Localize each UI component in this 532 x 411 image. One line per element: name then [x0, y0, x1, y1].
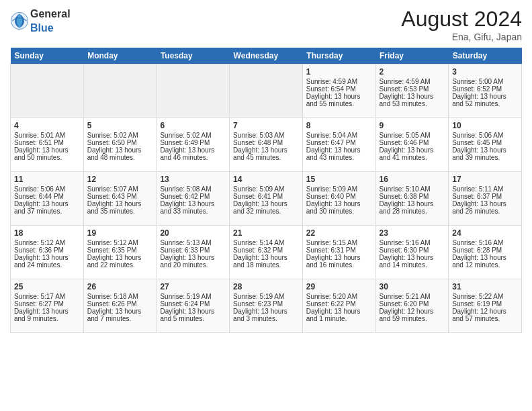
day-number: 12	[87, 175, 153, 184]
day-info: Sunrise: 5:12 AMSunset: 6:36 PMDaylight:…	[14, 239, 69, 269]
logo: General Blue	[10, 7, 71, 35]
day-number: 6	[160, 121, 226, 130]
day-number: 26	[87, 282, 153, 291]
calendar-week-row: 18Sunrise: 5:12 AMSunset: 6:36 PMDayligh…	[11, 226, 522, 279]
calendar-cell: 18Sunrise: 5:12 AMSunset: 6:36 PMDayligh…	[11, 226, 84, 279]
day-number: 27	[160, 282, 226, 291]
day-number: 2	[380, 67, 445, 77]
header-day: Monday	[83, 48, 157, 64]
day-info: Sunrise: 5:09 AMSunset: 6:41 PMDaylight:…	[233, 185, 287, 215]
day-info: Sunrise: 5:22 AMSunset: 6:19 PMDaylight:…	[452, 293, 506, 322]
day-number: 3	[452, 67, 518, 77]
logo-blue-text: Blue	[30, 22, 54, 34]
location: Ena, Gifu, Japan	[401, 32, 522, 42]
calendar-cell: 16Sunrise: 5:10 AMSunset: 6:38 PMDayligh…	[375, 172, 449, 226]
day-info: Sunrise: 5:16 AMSunset: 6:28 PMDaylight:…	[452, 239, 506, 269]
calendar-cell: 11Sunrise: 5:06 AMSunset: 6:44 PMDayligh…	[11, 172, 84, 226]
header-day: Wednesday	[230, 48, 303, 64]
month-title: August 2024	[401, 7, 522, 32]
calendar-cell: 4Sunrise: 5:01 AMSunset: 6:51 PMDaylight…	[11, 118, 84, 172]
calendar-cell: 9Sunrise: 5:05 AMSunset: 6:46 PMDaylight…	[375, 118, 449, 172]
calendar-cell: 30Sunrise: 5:21 AMSunset: 6:20 PMDayligh…	[375, 279, 449, 333]
day-number: 19	[87, 228, 153, 238]
calendar-cell: 10Sunrise: 5:06 AMSunset: 6:45 PMDayligh…	[449, 118, 522, 172]
calendar-cell: 22Sunrise: 5:15 AMSunset: 6:31 PMDayligh…	[302, 226, 375, 279]
day-number: 31	[452, 282, 518, 291]
day-number: 13	[160, 175, 226, 184]
day-number: 5	[87, 121, 153, 130]
day-number: 18	[14, 228, 80, 238]
calendar-cell: 25Sunrise: 5:17 AMSunset: 6:27 PMDayligh…	[11, 279, 84, 333]
calendar-cell: 13Sunrise: 5:08 AMSunset: 6:42 PMDayligh…	[157, 172, 230, 226]
day-number: 22	[306, 228, 372, 238]
day-number: 17	[452, 175, 518, 184]
header-row: SundayMondayTuesdayWednesdayThursdayFrid…	[11, 48, 522, 64]
day-info: Sunrise: 5:02 AMSunset: 6:50 PMDaylight:…	[87, 132, 142, 161]
calendar-cell	[83, 64, 157, 118]
day-info: Sunrise: 5:20 AMSunset: 6:22 PMDaylight:…	[306, 293, 361, 322]
day-info: Sunrise: 5:06 AMSunset: 6:45 PMDaylight:…	[452, 132, 506, 161]
logo-general-text: General	[30, 8, 71, 19]
calendar-cell	[157, 64, 230, 118]
calendar-week-row: 25Sunrise: 5:17 AMSunset: 6:27 PMDayligh…	[11, 279, 522, 333]
day-number: 1	[306, 67, 372, 77]
day-info: Sunrise: 5:02 AMSunset: 6:49 PMDaylight:…	[160, 132, 214, 161]
calendar-cell: 24Sunrise: 5:16 AMSunset: 6:28 PMDayligh…	[449, 226, 522, 279]
day-info: Sunrise: 5:11 AMSunset: 6:37 PMDaylight:…	[452, 185, 506, 215]
day-number: 24	[452, 228, 518, 238]
header-day: Tuesday	[157, 48, 230, 64]
calendar-cell: 26Sunrise: 5:18 AMSunset: 6:26 PMDayligh…	[83, 279, 157, 333]
calendar-cell: 19Sunrise: 5:12 AMSunset: 6:35 PMDayligh…	[83, 226, 157, 279]
day-number: 14	[233, 175, 299, 184]
calendar-cell: 1Sunrise: 4:59 AMSunset: 6:54 PMDaylight…	[302, 64, 375, 118]
header-day: Thursday	[302, 48, 375, 64]
day-info: Sunrise: 5:10 AMSunset: 6:38 PMDaylight:…	[380, 185, 434, 215]
day-info: Sunrise: 5:06 AMSunset: 6:44 PMDaylight:…	[14, 185, 69, 215]
day-number: 10	[452, 121, 518, 130]
day-info: Sunrise: 4:59 AMSunset: 6:53 PMDaylight:…	[380, 78, 434, 107]
day-info: Sunrise: 5:21 AMSunset: 6:20 PMDaylight:…	[380, 293, 434, 322]
day-number: 16	[380, 175, 445, 184]
day-number: 9	[380, 121, 445, 130]
day-info: Sunrise: 5:05 AMSunset: 6:46 PMDaylight:…	[380, 132, 434, 161]
day-info: Sunrise: 5:01 AMSunset: 6:51 PMDaylight:…	[14, 132, 69, 161]
day-info: Sunrise: 5:14 AMSunset: 6:32 PMDaylight:…	[233, 239, 287, 269]
calendar-cell: 20Sunrise: 5:13 AMSunset: 6:33 PMDayligh…	[157, 226, 230, 279]
day-info: Sunrise: 5:07 AMSunset: 6:43 PMDaylight:…	[87, 185, 142, 215]
header-day: Friday	[375, 48, 449, 64]
title-section: August 2024 Ena, Gifu, Japan	[401, 7, 522, 42]
calendar-table: SundayMondayTuesdayWednesdayThursdayFrid…	[10, 48, 522, 333]
day-info: Sunrise: 5:13 AMSunset: 6:33 PMDaylight:…	[160, 239, 214, 269]
day-info: Sunrise: 5:16 AMSunset: 6:30 PMDaylight:…	[380, 239, 434, 269]
page-container: General Blue August 2024 Ena, Gifu, Japa…	[0, 0, 532, 336]
day-number: 23	[380, 228, 445, 238]
header: General Blue August 2024 Ena, Gifu, Japa…	[10, 7, 522, 42]
calendar-cell: 31Sunrise: 5:22 AMSunset: 6:19 PMDayligh…	[449, 279, 522, 333]
calendar-cell: 14Sunrise: 5:09 AMSunset: 6:41 PMDayligh…	[230, 172, 303, 226]
day-info: Sunrise: 5:19 AMSunset: 6:24 PMDaylight:…	[160, 293, 214, 322]
calendar-cell: 29Sunrise: 5:20 AMSunset: 6:22 PMDayligh…	[302, 279, 375, 333]
calendar-week-row: 11Sunrise: 5:06 AMSunset: 6:44 PMDayligh…	[11, 172, 522, 226]
day-info: Sunrise: 4:59 AMSunset: 6:54 PMDaylight:…	[306, 78, 361, 107]
day-info: Sunrise: 5:15 AMSunset: 6:31 PMDaylight:…	[306, 239, 361, 269]
header-day: Saturday	[449, 48, 522, 64]
day-number: 21	[233, 228, 299, 238]
day-number: 4	[14, 121, 80, 130]
day-number: 29	[306, 282, 372, 291]
calendar-cell: 28Sunrise: 5:19 AMSunset: 6:23 PMDayligh…	[230, 279, 303, 333]
calendar-cell: 3Sunrise: 5:00 AMSunset: 6:52 PMDaylight…	[449, 64, 522, 118]
day-number: 11	[14, 175, 80, 184]
calendar-cell: 5Sunrise: 5:02 AMSunset: 6:50 PMDaylight…	[83, 118, 157, 172]
calendar-cell: 2Sunrise: 4:59 AMSunset: 6:53 PMDaylight…	[375, 64, 449, 118]
day-number: 30	[380, 282, 445, 291]
calendar-week-row: 1Sunrise: 4:59 AMSunset: 6:54 PMDaylight…	[11, 64, 522, 118]
calendar-cell: 12Sunrise: 5:07 AMSunset: 6:43 PMDayligh…	[83, 172, 157, 226]
calendar-cell	[230, 64, 303, 118]
calendar-cell: 17Sunrise: 5:11 AMSunset: 6:37 PMDayligh…	[449, 172, 522, 226]
calendar-cell: 23Sunrise: 5:16 AMSunset: 6:30 PMDayligh…	[375, 226, 449, 279]
day-info: Sunrise: 5:17 AMSunset: 6:27 PMDaylight:…	[14, 293, 69, 322]
calendar-cell: 8Sunrise: 5:04 AMSunset: 6:47 PMDaylight…	[302, 118, 375, 172]
logo-icon	[10, 11, 29, 30]
day-info: Sunrise: 5:19 AMSunset: 6:23 PMDaylight:…	[233, 293, 287, 322]
day-info: Sunrise: 5:03 AMSunset: 6:48 PMDaylight:…	[233, 132, 287, 161]
